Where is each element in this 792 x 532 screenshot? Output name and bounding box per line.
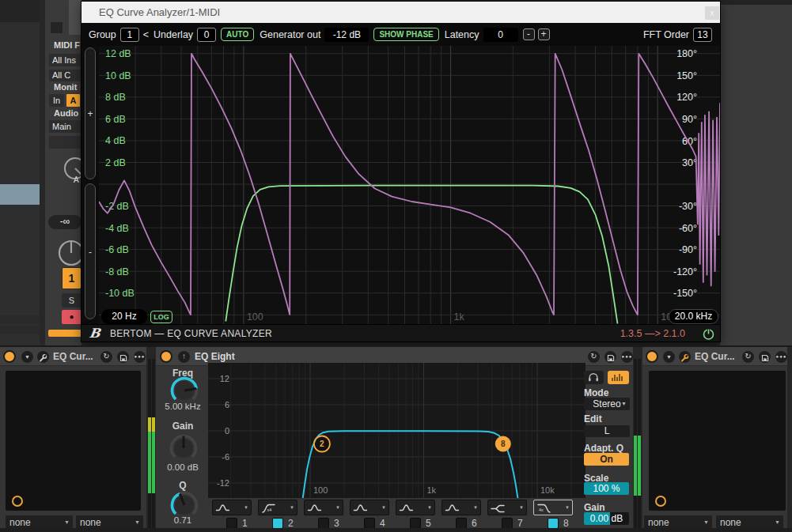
hot-swap-icon[interactable]: ↻ <box>742 351 754 363</box>
zoom-in-control[interactable]: + <box>85 47 96 179</box>
band-3-filter-type-select[interactable]: ▼ <box>304 500 343 515</box>
latency-plus-button[interactable]: + <box>538 28 550 40</box>
track-status-bar <box>48 330 81 337</box>
underlay-value[interactable]: 0 <box>197 28 216 42</box>
latency-value[interactable]: 0 <box>483 28 518 42</box>
band-8-filter-type-select[interactable]: 4x▼ <box>533 500 573 515</box>
band-1-filter-type-select[interactable]: ▼ <box>212 500 252 515</box>
more-options-icon[interactable]: ●●● <box>775 351 787 363</box>
plugin-edit-wrench-icon[interactable] <box>37 351 49 363</box>
band-2-cell: x4▼2 <box>258 500 302 531</box>
fft-order-value[interactable]: 13 <box>693 28 712 42</box>
band-2-toggle[interactable] <box>272 518 283 529</box>
spectrum-analyzer-button[interactable] <box>608 371 629 384</box>
arm-record-button[interactable]: ● <box>62 310 81 324</box>
latency-minus-button[interactable]: - <box>523 28 535 40</box>
svg-text:2 dB: 2 dB <box>105 157 126 168</box>
device-on-button[interactable] <box>160 350 172 363</box>
band-7-filter-type-select[interactable]: ▼ <box>487 500 527 515</box>
scale-value[interactable]: 100 % <box>584 482 629 495</box>
unfold-device-icon[interactable]: ↑ <box>178 351 190 363</box>
monitor-in-button[interactable]: In <box>49 94 64 107</box>
edit-channel-button[interactable]: L <box>584 425 630 437</box>
plugin-title: EQ Curve Analyzer/1-MIDI <box>99 6 220 18</box>
svg-text:120°: 120° <box>676 92 697 103</box>
screen: MIDI F All Ins All C Monit In A Audio Ma… <box>0 0 792 532</box>
svg-text:30°: 30° <box>682 157 697 168</box>
band-2-filter-type-select[interactable]: x4▼ <box>258 500 297 515</box>
band-5-filter-type-select[interactable]: ▼ <box>396 500 435 515</box>
save-preset-icon[interactable] <box>759 351 771 363</box>
session-scrollbar[interactable] <box>69 0 81 35</box>
band-7-toggle[interactable] <box>502 518 513 529</box>
device-on-button[interactable] <box>3 350 16 363</box>
session-header <box>0 0 45 22</box>
plugin-edit-wrench-icon[interactable] <box>679 351 691 363</box>
audition-headphones-button[interactable] <box>584 371 604 384</box>
band-1-toggle[interactable] <box>226 518 237 529</box>
group-value[interactable]: 1 <box>120 28 139 42</box>
band-3-toggle[interactable] <box>318 518 329 529</box>
save-preset-icon[interactable] <box>604 351 616 363</box>
band-5-cell: ▼5 <box>396 500 440 531</box>
band-4-filter-type-select[interactable]: ▼ <box>350 500 389 515</box>
input-type-select[interactable]: All Ins <box>49 54 81 66</box>
volume-knob[interactable] <box>56 238 81 268</box>
device-header[interactable]: ▼ EQ Cur... ↻ ●●● <box>642 347 787 366</box>
svg-text:90°: 90° <box>682 114 697 125</box>
band-6-toggle[interactable] <box>456 518 467 529</box>
device-on-button[interactable] <box>646 350 658 363</box>
output-select[interactable]: Main <box>49 120 81 133</box>
mode-select[interactable]: Stereo▼ <box>584 398 630 410</box>
freq-value[interactable]: 5.00 kHz <box>156 402 210 411</box>
output-channel-select[interactable] <box>49 136 81 149</box>
auto-button[interactable]: AUTO <box>221 28 254 41</box>
analyzer-graph[interactable]: 12 dB10 dB8 dB6 dB4 dB2 dB-2 dB-4 dB-6 d… <box>99 46 720 324</box>
more-options-icon[interactable]: ●●● <box>621 351 633 363</box>
freq-low-display[interactable]: 20 Hz <box>101 309 147 324</box>
hot-swap-icon[interactable]: ↻ <box>588 351 600 363</box>
close-button[interactable]: x <box>705 6 719 20</box>
hot-swap-icon[interactable]: ↻ <box>100 351 112 363</box>
solo-button[interactable]: S <box>62 293 81 308</box>
power-icon[interactable] <box>702 327 715 341</box>
adaptive-q-toggle[interactable]: On <box>584 453 629 466</box>
output-gain-value[interactable]: 0.00 dB <box>584 512 629 525</box>
input-channel-select[interactable]: All C <box>49 70 81 81</box>
save-preset-icon[interactable] <box>117 351 129 363</box>
band-5-toggle[interactable] <box>410 518 421 529</box>
fold-device-icon[interactable]: ▼ <box>21 351 33 363</box>
eq-eight-graph[interactable]: 1260-6-121001k10k28 <box>208 363 585 498</box>
bertom-logo: B <box>89 326 101 341</box>
lowpass-x4-icon: 4x <box>536 502 551 515</box>
band-4-toggle[interactable] <box>364 518 375 529</box>
scene-row <box>0 326 40 334</box>
band-2-handle[interactable]: 2 <box>314 436 330 452</box>
band-8-handle[interactable]: 8 <box>495 436 511 452</box>
generator-out-value[interactable]: -12 dB <box>324 28 369 42</box>
chevron-down-icon: ▼ <box>427 505 432 510</box>
zoom-out-control[interactable]: - <box>85 183 96 319</box>
plugin-titlebar[interactable]: EQ Curve Analyzer/1-MIDI x <box>81 2 720 23</box>
generator-out-label: Generator out <box>260 29 320 40</box>
freq-high-display[interactable]: 20.0 kHz <box>669 309 718 324</box>
device-header[interactable]: ▼ EQ Cur... ↻ ●●● <box>0 347 146 366</box>
version-update-link[interactable]: 1.3.5 —> 2.1.0 <box>620 328 685 339</box>
volume-display[interactable]: -∞ <box>48 215 81 229</box>
clip-slot[interactable] <box>0 184 40 205</box>
gain-label: Gain <box>157 421 208 432</box>
band-6-filter-type-select[interactable]: ▼ <box>441 500 481 515</box>
freq-tick-labels: 1001k10 <box>247 311 672 323</box>
monitor-auto-button[interactable]: A <box>66 94 80 107</box>
more-options-icon[interactable]: ●●● <box>134 351 146 363</box>
gain-value[interactable]: 0.00 dB <box>156 462 210 472</box>
high-shelf-icon <box>491 502 506 515</box>
band-8-toggle[interactable] <box>548 518 559 529</box>
log-scale-button[interactable]: LOG <box>150 311 172 323</box>
fold-device-icon[interactable]: ▼ <box>663 351 675 363</box>
track-number[interactable]: 1 <box>62 267 81 289</box>
chevron-down-icon: ▼ <box>290 505 294 510</box>
show-phase-button[interactable]: SHOW PHASE <box>373 28 438 41</box>
plugin-led-ring <box>12 496 23 507</box>
clip-stop-button[interactable] <box>51 22 63 33</box>
